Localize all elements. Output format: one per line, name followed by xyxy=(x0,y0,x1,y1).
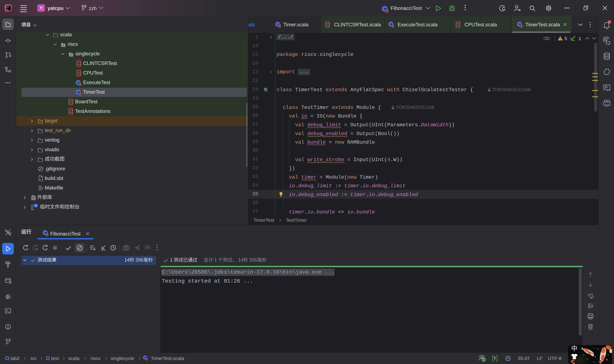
svg-text:IJ: IJ xyxy=(6,6,9,8)
